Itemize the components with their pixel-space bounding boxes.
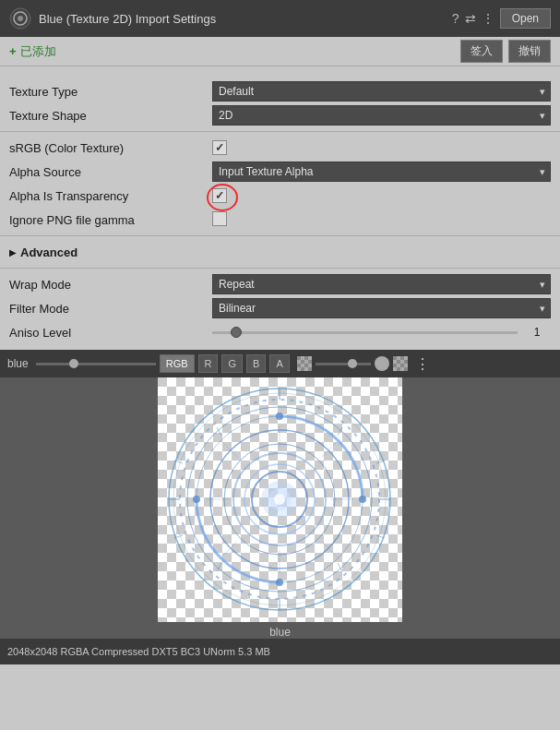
circle-preview-icon bbox=[375, 356, 389, 371]
brightness-slider[interactable] bbox=[36, 363, 156, 365]
preview-area: blue bbox=[0, 377, 560, 639]
svg-line-27 bbox=[322, 542, 339, 558]
zoom-slider[interactable] bbox=[316, 363, 371, 365]
srgb-row: sRGB (Color Texture) bbox=[0, 136, 560, 160]
rgb-button[interactable]: RGB bbox=[160, 354, 195, 373]
filter-mode-row: Filter Mode Bilinear bbox=[0, 296, 560, 320]
status-bar: + 已添加 签入 撤销 bbox=[0, 37, 560, 66]
texture-shape-select-wrapper: 2D bbox=[212, 105, 551, 126]
svg-point-31 bbox=[359, 496, 366, 503]
info-bar: 2048x2048 RGBA Compressed DXT5 BC3 UNorm… bbox=[0, 639, 560, 664]
wrap-mode-control: Repeat bbox=[212, 274, 551, 294]
texture-type-row: Texture Type Default bbox=[0, 79, 560, 103]
texture-type-select[interactable]: Default bbox=[212, 81, 551, 102]
alpha-source-label: Alpha Source bbox=[9, 165, 212, 179]
info-text: 2048x2048 RGBA Compressed DXT5 BC3 UNorm… bbox=[7, 646, 270, 657]
preview-canvas bbox=[158, 377, 402, 622]
svg-point-28 bbox=[276, 413, 283, 420]
alpha-transparency-checkbox[interactable] bbox=[212, 188, 227, 203]
more-icon[interactable]: ⋮ bbox=[482, 11, 494, 26]
status-added: + 已添加 bbox=[9, 43, 56, 60]
aniso-level-control: 1 bbox=[212, 326, 551, 339]
alpha-source-select[interactable]: Input Texture Alpha bbox=[212, 162, 551, 182]
alpha-transparency-row: Alpha Is Transparency bbox=[0, 184, 560, 208]
alpha-transparency-control bbox=[212, 188, 551, 203]
a-button[interactable]: A bbox=[269, 354, 289, 373]
open-button[interactable]: Open bbox=[500, 8, 551, 29]
ignore-png-row: Ignore PNG file gamma bbox=[0, 208, 560, 232]
svg-point-19 bbox=[274, 494, 285, 505]
aniso-slider-wrapper: 1 bbox=[212, 326, 551, 339]
ignore-png-control bbox=[212, 211, 551, 229]
window-title: Blue (Texture 2D) Import Settings bbox=[39, 12, 216, 26]
r-button[interactable]: R bbox=[198, 354, 219, 373]
texture-shape-label: Texture Shape bbox=[9, 109, 212, 123]
srgb-label: sRGB (Color Texture) bbox=[9, 141, 212, 155]
alpha-transparency-label: Alpha Is Transparency bbox=[9, 189, 212, 203]
divider-2 bbox=[0, 235, 560, 236]
alpha-transparency-checkbox-wrapper bbox=[212, 188, 227, 203]
aniso-level-row: Aniso Level 1 bbox=[0, 320, 560, 344]
title-bar: Blue (Texture 2D) Import Settings ? ⇄ ⋮ … bbox=[0, 0, 560, 37]
alpha-source-row: Alpha Source Input Texture Alpha bbox=[0, 160, 560, 184]
ignore-png-label: Ignore PNG file gamma bbox=[9, 213, 212, 227]
status-text: 已添加 bbox=[20, 43, 56, 60]
channel-toolbar: blue RGB R G B A ⋮ bbox=[0, 350, 560, 377]
checker-preview-icon bbox=[393, 356, 408, 371]
cancel-button[interactable]: 撤销 bbox=[508, 40, 551, 63]
svg-point-2 bbox=[18, 16, 23, 21]
texture-type-select-wrapper: Default bbox=[212, 81, 551, 102]
texture-type-control: Default bbox=[212, 81, 551, 102]
svg-line-26 bbox=[220, 542, 237, 558]
help-icon[interactable]: ? bbox=[452, 11, 459, 26]
advanced-arrow-icon: ▶ bbox=[9, 247, 17, 257]
wrap-mode-select[interactable]: Repeat bbox=[212, 274, 551, 294]
ignore-png-checkbox[interactable] bbox=[212, 211, 227, 226]
svg-line-24 bbox=[220, 440, 237, 457]
checker-icon[interactable] bbox=[297, 356, 312, 371]
aniso-value: 1 bbox=[523, 326, 551, 339]
aniso-slider[interactable] bbox=[212, 331, 518, 334]
filter-mode-control: Bilinear bbox=[212, 298, 551, 318]
svg-point-29 bbox=[276, 579, 283, 586]
texture-preview-svg bbox=[158, 377, 402, 622]
divider-1 bbox=[0, 131, 560, 132]
advanced-section-header[interactable]: ▶ Advanced bbox=[0, 240, 560, 264]
more-options-icon[interactable]: ⋮ bbox=[415, 355, 430, 373]
settings-icon[interactable]: ⇄ bbox=[465, 11, 476, 26]
unity-logo-icon bbox=[9, 7, 31, 30]
wrap-mode-select-wrapper: Repeat bbox=[212, 274, 551, 294]
wrap-mode-label: Wrap Mode bbox=[9, 278, 212, 292]
srgb-control bbox=[212, 140, 551, 155]
alpha-source-control: Input Texture Alpha bbox=[212, 162, 551, 182]
texture-type-label: Texture Type bbox=[9, 85, 212, 99]
alpha-source-select-wrapper: Input Texture Alpha bbox=[212, 162, 551, 182]
plus-icon: + bbox=[9, 44, 17, 58]
sign-in-button[interactable]: 签入 bbox=[460, 40, 503, 63]
preview-label: blue bbox=[269, 626, 291, 639]
filter-mode-select-wrapper: Bilinear bbox=[212, 298, 551, 318]
b-button[interactable]: B bbox=[246, 354, 266, 373]
filter-mode-select[interactable]: Bilinear bbox=[212, 298, 551, 318]
divider-3 bbox=[0, 268, 560, 269]
svg-line-25 bbox=[322, 440, 339, 457]
g-button[interactable]: G bbox=[221, 354, 243, 373]
filter-mode-label: Filter Mode bbox=[9, 302, 212, 316]
aniso-level-label: Aniso Level bbox=[9, 326, 212, 340]
settings-panel: Texture Type Default Texture Shape 2D sR… bbox=[0, 74, 560, 350]
title-bar-left: Blue (Texture 2D) Import Settings bbox=[9, 7, 216, 30]
title-bar-controls: ? ⇄ ⋮ Open bbox=[452, 8, 551, 29]
texture-shape-select[interactable]: 2D bbox=[212, 105, 551, 126]
status-buttons: 签入 撤销 bbox=[460, 40, 551, 63]
texture-shape-control: 2D bbox=[212, 105, 551, 126]
advanced-section-title: Advanced bbox=[20, 245, 77, 259]
svg-point-30 bbox=[193, 496, 200, 503]
texture-shape-row: Texture Shape 2D bbox=[0, 103, 560, 127]
wrap-mode-row: Wrap Mode Repeat bbox=[0, 272, 560, 296]
channel-label: blue bbox=[7, 357, 29, 370]
srgb-checkbox[interactable] bbox=[212, 140, 227, 155]
